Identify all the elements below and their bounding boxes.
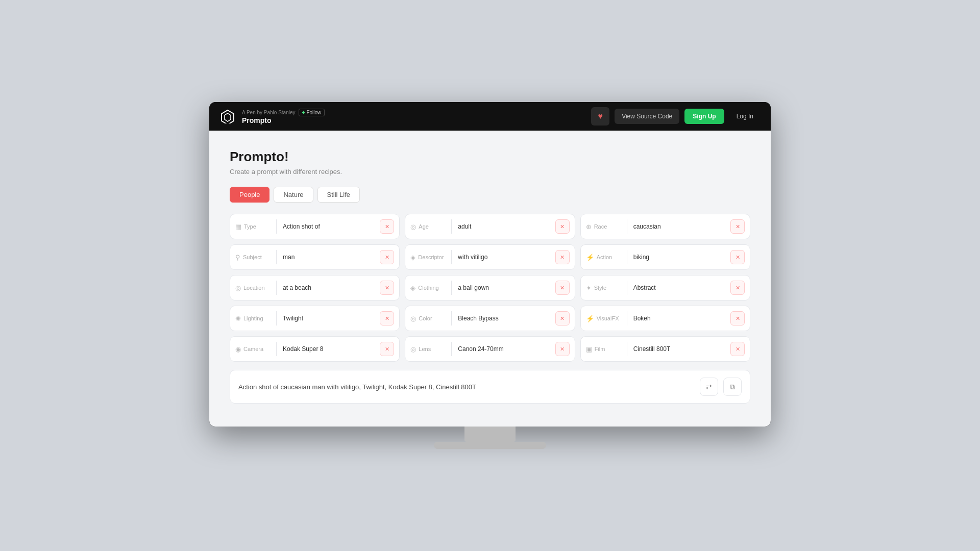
field-divider-lens bbox=[451, 342, 452, 356]
field-card-film: ▣ Film ✕ bbox=[580, 336, 750, 362]
field-card-descriptor: ◈ Descriptor ✕ bbox=[405, 244, 575, 270]
field-input-location[interactable] bbox=[283, 284, 376, 291]
field-label-descriptor: ◈ Descriptor bbox=[410, 254, 445, 261]
field-shuffle-type[interactable]: ✕ bbox=[380, 219, 394, 234]
field-card-style: ✦ Style ✕ bbox=[580, 275, 750, 300]
field-card-color: ◎ Color ✕ bbox=[405, 306, 575, 331]
field-divider-style bbox=[627, 281, 627, 295]
field-divider-type bbox=[276, 219, 277, 234]
logo-icon bbox=[219, 108, 236, 124]
field-input-descriptor[interactable] bbox=[458, 254, 551, 261]
field-input-visualfx[interactable] bbox=[633, 315, 726, 322]
field-shuffle-lighting[interactable]: ✕ bbox=[380, 311, 394, 325]
field-icon-action: ⚡ bbox=[586, 254, 594, 261]
field-shuffle-location[interactable]: ✕ bbox=[380, 281, 394, 295]
main-content: Prompto! Create a prompt with different … bbox=[209, 131, 771, 427]
field-shuffle-color[interactable]: ✕ bbox=[555, 311, 570, 325]
copy-output-button[interactable]: ⧉ bbox=[723, 378, 742, 396]
field-divider-action bbox=[627, 250, 627, 264]
follow-plus: + bbox=[302, 110, 305, 115]
field-shuffle-visualfx[interactable]: ✕ bbox=[730, 311, 745, 325]
field-divider-clothing bbox=[451, 281, 452, 295]
pen-meta: A Pen by Pablo Stanley + Follow bbox=[242, 109, 325, 116]
view-source-button[interactable]: View Source Code bbox=[615, 109, 679, 124]
field-shuffle-descriptor[interactable]: ✕ bbox=[555, 250, 570, 264]
stand-base bbox=[434, 442, 546, 449]
heart-button[interactable]: ♥ bbox=[591, 107, 609, 126]
page-subtitle: Create a prompt with different recipes. bbox=[230, 168, 750, 176]
field-shuffle-camera[interactable]: ✕ bbox=[380, 342, 394, 356]
field-shuffle-film[interactable]: ✕ bbox=[730, 342, 745, 356]
field-input-age[interactable] bbox=[458, 223, 551, 230]
tab-nature[interactable]: Nature bbox=[274, 187, 313, 203]
tab-still-life[interactable]: Still Life bbox=[317, 187, 360, 203]
field-icon-lens: ◎ bbox=[410, 345, 416, 353]
field-input-lens[interactable] bbox=[458, 345, 551, 353]
output-text: Action shot of caucasian man with vitili… bbox=[238, 383, 695, 391]
field-icon-race: ⊕ bbox=[586, 223, 592, 231]
field-divider-descriptor bbox=[451, 250, 452, 264]
field-card-subject: ⚲ Subject ✕ bbox=[230, 244, 400, 270]
field-label-camera: ◉ Camera bbox=[235, 345, 270, 353]
field-label-lens: ◎ Lens bbox=[410, 345, 445, 353]
field-icon-age: ◎ bbox=[410, 223, 416, 231]
field-icon-lighting: ✺ bbox=[235, 315, 241, 322]
field-input-camera[interactable] bbox=[283, 345, 376, 353]
field-card-lighting: ✺ Lighting ✕ bbox=[230, 306, 400, 331]
field-card-location: ◎ Location ✕ bbox=[230, 275, 400, 300]
field-input-race[interactable] bbox=[633, 223, 726, 230]
field-card-race: ⊕ Race ✕ bbox=[580, 214, 750, 239]
login-button[interactable]: Log In bbox=[729, 109, 761, 124]
field-card-action: ⚡ Action ✕ bbox=[580, 244, 750, 270]
field-input-film[interactable] bbox=[633, 345, 726, 353]
svg-marker-1 bbox=[225, 113, 231, 121]
field-shuffle-action[interactable]: ✕ bbox=[730, 250, 745, 264]
field-shuffle-style[interactable]: ✕ bbox=[730, 281, 745, 295]
top-bar-left: A Pen by Pablo Stanley + Follow Prompto bbox=[219, 108, 325, 124]
field-card-camera: ◉ Camera ✕ bbox=[230, 336, 400, 362]
field-divider-camera bbox=[276, 342, 277, 356]
top-bar-right: ♥ View Source Code Sign Up Log In bbox=[591, 107, 761, 126]
tab-people[interactable]: People bbox=[230, 187, 270, 203]
field-label-subject: ⚲ Subject bbox=[235, 254, 270, 261]
follow-label: Follow bbox=[306, 110, 321, 115]
field-icon-subject: ⚲ bbox=[235, 254, 240, 261]
field-divider-lighting bbox=[276, 311, 277, 325]
field-label-age: ◎ Age bbox=[410, 223, 445, 231]
field-label-action: ⚡ Action bbox=[586, 254, 621, 261]
field-divider-visualfx bbox=[627, 311, 627, 325]
field-label-lighting: ✺ Lighting bbox=[235, 315, 270, 322]
field-shuffle-clothing[interactable]: ✕ bbox=[555, 281, 570, 295]
shuffle-icon: ⇄ bbox=[706, 383, 712, 391]
field-icon-film: ▣ bbox=[586, 345, 592, 353]
field-divider-color bbox=[451, 311, 452, 325]
shuffle-output-button[interactable]: ⇄ bbox=[700, 378, 718, 396]
field-input-action[interactable] bbox=[633, 254, 726, 261]
field-label-race: ⊕ Race bbox=[586, 223, 621, 231]
field-card-lens: ◎ Lens ✕ bbox=[405, 336, 575, 362]
monitor-wrap: A Pen by Pablo Stanley + Follow Prompto … bbox=[209, 102, 771, 449]
field-divider-subject bbox=[276, 250, 277, 264]
field-icon-style: ✦ bbox=[586, 284, 592, 292]
field-input-style[interactable] bbox=[633, 284, 726, 291]
field-shuffle-age[interactable]: ✕ bbox=[555, 219, 570, 234]
app-name: Prompto bbox=[242, 116, 325, 124]
field-input-color[interactable] bbox=[458, 315, 551, 322]
field-divider-age bbox=[451, 219, 452, 234]
stand-neck bbox=[464, 427, 516, 442]
field-input-type[interactable] bbox=[283, 223, 376, 230]
field-input-lighting[interactable] bbox=[283, 315, 376, 322]
field-shuffle-subject[interactable]: ✕ bbox=[380, 250, 394, 264]
follow-button[interactable]: + Follow bbox=[299, 109, 325, 116]
field-input-subject[interactable] bbox=[283, 254, 376, 261]
field-input-clothing[interactable] bbox=[458, 284, 551, 291]
field-label-color: ◎ Color bbox=[410, 315, 445, 322]
top-bar: A Pen by Pablo Stanley + Follow Prompto … bbox=[209, 102, 771, 131]
heart-icon: ♥ bbox=[598, 112, 603, 121]
field-card-age: ◎ Age ✕ bbox=[405, 214, 575, 239]
tabs-bar: People Nature Still Life bbox=[230, 187, 750, 203]
signup-button[interactable]: Sign Up bbox=[684, 109, 724, 124]
field-shuffle-lens[interactable]: ✕ bbox=[555, 342, 570, 356]
field-icon-clothing: ◈ bbox=[410, 284, 415, 292]
field-shuffle-race[interactable]: ✕ bbox=[730, 219, 745, 234]
